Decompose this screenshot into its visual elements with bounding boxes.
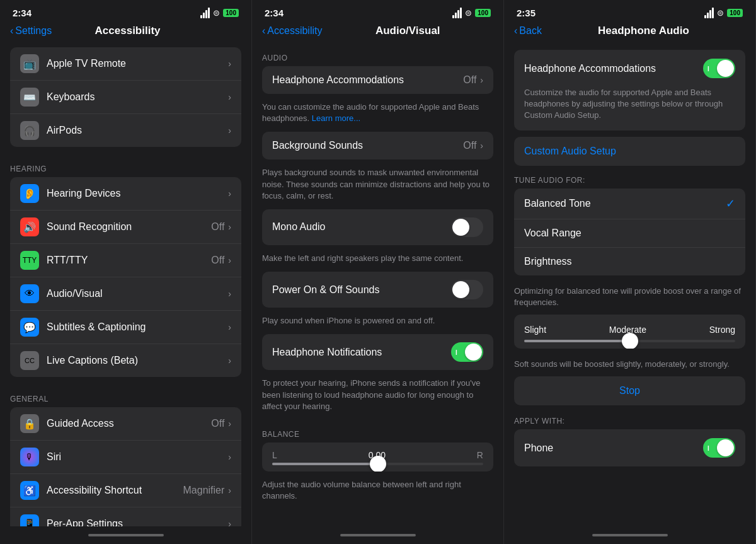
list-item-hearing-devices[interactable]: 👂 Hearing Devices › (10, 177, 241, 211)
list-item-subtitles[interactable]: 💬 Subtitles & Captioning › (10, 311, 241, 344)
livecaptions-icon: CC (20, 351, 39, 370)
headphone-accommodations-card: Headphone Accommodations Off › (262, 66, 493, 94)
tune-audio-section-label: TUNE AUDIO FOR: (504, 172, 755, 188)
list-item-rtt[interactable]: TTY RTT/TTY Off › (10, 244, 241, 277)
headphone-notifications-row: Headphone Notifications I (262, 334, 493, 370)
guided-access-label: Guided Access (47, 418, 211, 429)
list-item-shortcut[interactable]: ♿ Accessibility Shortcut Magnifier › (10, 474, 241, 507)
chevron-bg-sounds: › (480, 141, 483, 151)
battery-2: 100 (475, 9, 491, 17)
mono-audio-thumb (452, 219, 469, 236)
strength-slider-track[interactable] (524, 340, 735, 342)
status-time-1: 2:34 (13, 8, 32, 18)
power-sounds-thumb (452, 281, 469, 298)
phone-toggle[interactable]: I (703, 438, 735, 458)
accommodations-card: Headphone Accommodations I Customize the… (514, 50, 745, 130)
guided-access-value: Off (211, 418, 224, 429)
list-group-hearing: 👂 Hearing Devices › 🔊 Sound Recognition … (10, 177, 241, 377)
headphone-notifications-desc: To protect your hearing, iPhone sends a … (252, 375, 503, 420)
chevron-sound: › (228, 222, 231, 232)
power-sounds-toggle[interactable] (451, 280, 483, 299)
list-item-airpods[interactable]: 🎧 AirPods › (10, 114, 241, 147)
list-group-general: 🔒 Guided Access Off › 🎙 Siri › ♿ Accessi… (10, 407, 241, 526)
list-item-siri[interactable]: 🎙 Siri › (10, 441, 241, 474)
subtitles-icon: 💬 (20, 318, 39, 337)
list-item-keyboards[interactable]: ⌨️ Keyboards › (10, 81, 241, 114)
chevron-livecaptions: › (228, 356, 231, 366)
sound-recognition-icon: 🔊 (20, 217, 39, 236)
hearing-devices-label: Hearing Devices (47, 188, 228, 199)
background-sounds-value: Off (463, 140, 476, 151)
chevron-appletv: › (228, 59, 231, 69)
mono-audio-desc: Make the left and right speakers play th… (252, 250, 503, 272)
signal-icon-2 (452, 8, 462, 18)
balance-desc: Adjust the audio volume balance between … (252, 477, 503, 509)
headphone-notifications-label: Headphone Notifications (272, 347, 451, 358)
status-bar-2: 2:34 ⊜ 100 (252, 0, 503, 21)
custom-audio-setup-btn[interactable]: Custom Audio Setup (514, 137, 745, 166)
phone-label: Phone (524, 443, 703, 454)
list-item-audiovisual[interactable]: 👁 Audio/Visual › (10, 277, 241, 311)
balance-slider-fill (272, 463, 378, 465)
chevron-rtt: › (228, 255, 231, 265)
scroll-content-1[interactable]: 📺 Apple TV Remote › ⌨️ Keyboards › 🎧 Air… (0, 43, 251, 526)
list-item-sound-recognition[interactable]: 🔊 Sound Recognition Off › (10, 211, 241, 244)
strength-slider-fill (524, 340, 630, 342)
learn-more-link[interactable]: Learn more... (312, 113, 360, 123)
nav-title-3: Headphone Audio (542, 25, 745, 37)
chevron-guided: › (228, 419, 231, 429)
home-bar-3 (592, 534, 668, 536)
signal-icon-1 (200, 8, 210, 18)
chevron-hearing: › (228, 188, 231, 199)
sound-recognition-value: Off (211, 221, 224, 233)
background-sounds-card: Background Sounds Off › (262, 132, 493, 159)
chevron-airpods: › (228, 125, 231, 136)
rtt-icon: TTY (20, 251, 39, 270)
toggle-on-label: I (455, 349, 457, 356)
scroll-content-3[interactable]: Headphone Accommodations I Customize the… (504, 43, 755, 526)
siri-label: Siri (47, 451, 228, 463)
mono-audio-toggle[interactable] (451, 217, 483, 237)
stop-btn[interactable]: Stop (514, 376, 745, 405)
sound-recognition-label: Sound Recognition (47, 221, 211, 233)
back-button-2[interactable]: ‹ Accessibility (262, 25, 322, 37)
list-item-livecaptions[interactable]: CC Live Captions (Beta) › (10, 344, 241, 377)
headphone-accommodations-desc: You can customize the audio for supporte… (252, 99, 503, 132)
phone-card: Phone I (514, 429, 745, 466)
nav-bar-2: ‹ Accessibility Audio/Visual (252, 21, 503, 43)
balance-slider-track[interactable] (272, 463, 483, 465)
power-sounds-row: Power On & Off Sounds (262, 272, 493, 308)
battery-1: 100 (223, 9, 239, 17)
tune-balanced[interactable]: Balanced Tone ✓ (514, 188, 745, 219)
chevron-subtitles: › (228, 322, 231, 332)
strength-card: Slight Moderate Strong (514, 315, 745, 349)
scroll-content-2[interactable]: AUDIO Headphone Accommodations Off › You… (252, 43, 503, 526)
list-item-appletv[interactable]: 📺 Apple TV Remote › (10, 47, 241, 81)
wifi-icon-3: ⊜ (717, 8, 724, 18)
background-sounds-desc: Plays background sounds to mask unwanted… (252, 165, 503, 209)
slight-label: Slight (524, 325, 546, 335)
tune-vocal[interactable]: Vocal Range (514, 219, 745, 248)
mono-audio-row: Mono Audio (262, 209, 493, 245)
headphone-notifications-toggle[interactable]: I (451, 342, 483, 362)
balance-slider-thumb[interactable] (370, 456, 386, 472)
wifi-icon-2: ⊜ (465, 8, 472, 18)
tune-brightness[interactable]: Brightness (514, 248, 745, 275)
subtitles-label: Subtitles & Captioning (47, 321, 228, 333)
strength-slider-thumb[interactable] (622, 333, 638, 349)
chevron-headphone-acc: › (480, 75, 483, 85)
section-general: GENERAL (0, 382, 251, 407)
background-sounds-row[interactable]: Background Sounds Off › (262, 132, 493, 159)
back-button-3[interactable]: ‹ Back (514, 25, 542, 37)
phone-row: Phone I (514, 429, 745, 466)
list-item-guided-access[interactable]: 🔒 Guided Access Off › (10, 407, 241, 441)
guided-access-icon: 🔒 (20, 414, 39, 433)
accommodations-toggle[interactable]: I (703, 59, 735, 78)
headphone-accommodations-row[interactable]: Headphone Accommodations Off › (262, 66, 493, 94)
home-indicator-3 (504, 526, 755, 544)
power-sounds-desc: Play sound when iPhone is powered on and… (252, 313, 503, 334)
accommodations-label: Headphone Accommodations (524, 63, 703, 74)
list-item-perappsettings[interactable]: 📱 Per-App Settings › (10, 507, 241, 526)
siri-icon: 🎙 (20, 448, 39, 466)
chevron-left-icon-1: ‹ (10, 25, 13, 37)
